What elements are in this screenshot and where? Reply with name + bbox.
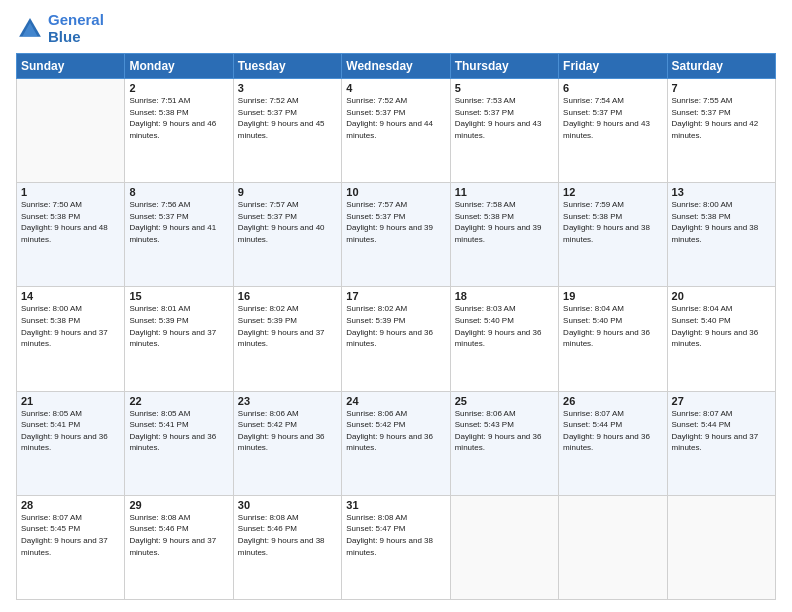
day-info: Sunrise: 7:57 AMSunset: 5:37 PMDaylight:… — [346, 199, 445, 245]
day-header-friday: Friday — [559, 54, 667, 79]
calendar-cell: 7Sunrise: 7:55 AMSunset: 5:37 PMDaylight… — [667, 79, 775, 183]
day-info: Sunrise: 8:07 AMSunset: 5:44 PMDaylight:… — [672, 408, 771, 454]
day-number: 20 — [672, 290, 771, 302]
calendar-cell: 30Sunrise: 8:08 AMSunset: 5:46 PMDayligh… — [233, 495, 341, 599]
calendar-cell: 11Sunrise: 7:58 AMSunset: 5:38 PMDayligh… — [450, 183, 558, 287]
day-number: 19 — [563, 290, 662, 302]
logo: General Blue — [16, 12, 104, 45]
calendar-cell — [559, 495, 667, 599]
calendar-cell: 28Sunrise: 8:07 AMSunset: 5:45 PMDayligh… — [17, 495, 125, 599]
day-info: Sunrise: 8:06 AMSunset: 5:42 PMDaylight:… — [346, 408, 445, 454]
day-header-saturday: Saturday — [667, 54, 775, 79]
day-number: 8 — [129, 186, 228, 198]
day-number: 22 — [129, 395, 228, 407]
day-number: 31 — [346, 499, 445, 511]
calendar-cell: 6Sunrise: 7:54 AMSunset: 5:37 PMDaylight… — [559, 79, 667, 183]
day-number: 28 — [21, 499, 120, 511]
day-header-thursday: Thursday — [450, 54, 558, 79]
day-header-tuesday: Tuesday — [233, 54, 341, 79]
calendar-cell: 31Sunrise: 8:08 AMSunset: 5:47 PMDayligh… — [342, 495, 450, 599]
calendar-cell: 17Sunrise: 8:02 AMSunset: 5:39 PMDayligh… — [342, 287, 450, 391]
day-number: 26 — [563, 395, 662, 407]
calendar-cell: 8Sunrise: 7:56 AMSunset: 5:37 PMDaylight… — [125, 183, 233, 287]
calendar-cell: 24Sunrise: 8:06 AMSunset: 5:42 PMDayligh… — [342, 391, 450, 495]
calendar-cell: 4Sunrise: 7:52 AMSunset: 5:37 PMDaylight… — [342, 79, 450, 183]
calendar-cell: 25Sunrise: 8:06 AMSunset: 5:43 PMDayligh… — [450, 391, 558, 495]
calendar-week-0: 2Sunrise: 7:51 AMSunset: 5:38 PMDaylight… — [17, 79, 776, 183]
day-info: Sunrise: 7:50 AMSunset: 5:38 PMDaylight:… — [21, 199, 120, 245]
calendar-cell: 3Sunrise: 7:52 AMSunset: 5:37 PMDaylight… — [233, 79, 341, 183]
day-info: Sunrise: 7:59 AMSunset: 5:38 PMDaylight:… — [563, 199, 662, 245]
day-info: Sunrise: 8:03 AMSunset: 5:40 PMDaylight:… — [455, 303, 554, 349]
calendar-cell: 27Sunrise: 8:07 AMSunset: 5:44 PMDayligh… — [667, 391, 775, 495]
day-number: 21 — [21, 395, 120, 407]
day-info: Sunrise: 8:08 AMSunset: 5:47 PMDaylight:… — [346, 512, 445, 558]
day-number: 5 — [455, 82, 554, 94]
day-info: Sunrise: 7:53 AMSunset: 5:37 PMDaylight:… — [455, 95, 554, 141]
calendar-table: SundayMondayTuesdayWednesdayThursdayFrid… — [16, 53, 776, 600]
day-number: 1 — [21, 186, 120, 198]
day-number: 18 — [455, 290, 554, 302]
day-info: Sunrise: 7:55 AMSunset: 5:37 PMDaylight:… — [672, 95, 771, 141]
calendar-week-4: 28Sunrise: 8:07 AMSunset: 5:45 PMDayligh… — [17, 495, 776, 599]
day-number: 27 — [672, 395, 771, 407]
day-header-sunday: Sunday — [17, 54, 125, 79]
calendar-cell: 1Sunrise: 7:50 AMSunset: 5:38 PMDaylight… — [17, 183, 125, 287]
day-info: Sunrise: 8:05 AMSunset: 5:41 PMDaylight:… — [21, 408, 120, 454]
calendar-cell — [17, 79, 125, 183]
day-info: Sunrise: 8:00 AMSunset: 5:38 PMDaylight:… — [672, 199, 771, 245]
day-header-monday: Monday — [125, 54, 233, 79]
calendar-cell: 21Sunrise: 8:05 AMSunset: 5:41 PMDayligh… — [17, 391, 125, 495]
calendar-cell: 18Sunrise: 8:03 AMSunset: 5:40 PMDayligh… — [450, 287, 558, 391]
day-number: 15 — [129, 290, 228, 302]
calendar-cell — [450, 495, 558, 599]
day-number: 7 — [672, 82, 771, 94]
day-header-wednesday: Wednesday — [342, 54, 450, 79]
day-number: 4 — [346, 82, 445, 94]
day-info: Sunrise: 8:08 AMSunset: 5:46 PMDaylight:… — [238, 512, 337, 558]
page: General Blue SundayMondayTuesdayWednesda… — [0, 0, 792, 612]
header: General Blue — [16, 12, 776, 45]
day-info: Sunrise: 8:00 AMSunset: 5:38 PMDaylight:… — [21, 303, 120, 349]
calendar-cell: 5Sunrise: 7:53 AMSunset: 5:37 PMDaylight… — [450, 79, 558, 183]
calendar-week-3: 21Sunrise: 8:05 AMSunset: 5:41 PMDayligh… — [17, 391, 776, 495]
day-info: Sunrise: 8:04 AMSunset: 5:40 PMDaylight:… — [563, 303, 662, 349]
day-info: Sunrise: 8:06 AMSunset: 5:42 PMDaylight:… — [238, 408, 337, 454]
day-info: Sunrise: 7:52 AMSunset: 5:37 PMDaylight:… — [238, 95, 337, 141]
day-info: Sunrise: 8:04 AMSunset: 5:40 PMDaylight:… — [672, 303, 771, 349]
calendar-cell: 20Sunrise: 8:04 AMSunset: 5:40 PMDayligh… — [667, 287, 775, 391]
calendar-week-1: 1Sunrise: 7:50 AMSunset: 5:38 PMDaylight… — [17, 183, 776, 287]
calendar-cell: 2Sunrise: 7:51 AMSunset: 5:38 PMDaylight… — [125, 79, 233, 183]
calendar-cell: 14Sunrise: 8:00 AMSunset: 5:38 PMDayligh… — [17, 287, 125, 391]
day-number: 6 — [563, 82, 662, 94]
day-info: Sunrise: 8:08 AMSunset: 5:46 PMDaylight:… — [129, 512, 228, 558]
logo-icon — [16, 15, 44, 43]
day-number: 24 — [346, 395, 445, 407]
day-number: 3 — [238, 82, 337, 94]
day-number: 13 — [672, 186, 771, 198]
day-info: Sunrise: 7:51 AMSunset: 5:38 PMDaylight:… — [129, 95, 228, 141]
day-info: Sunrise: 8:07 AMSunset: 5:45 PMDaylight:… — [21, 512, 120, 558]
calendar-cell: 12Sunrise: 7:59 AMSunset: 5:38 PMDayligh… — [559, 183, 667, 287]
day-number: 9 — [238, 186, 337, 198]
day-number: 30 — [238, 499, 337, 511]
day-info: Sunrise: 8:01 AMSunset: 5:39 PMDaylight:… — [129, 303, 228, 349]
day-number: 14 — [21, 290, 120, 302]
day-info: Sunrise: 7:57 AMSunset: 5:37 PMDaylight:… — [238, 199, 337, 245]
calendar-cell: 16Sunrise: 8:02 AMSunset: 5:39 PMDayligh… — [233, 287, 341, 391]
calendar-cell: 26Sunrise: 8:07 AMSunset: 5:44 PMDayligh… — [559, 391, 667, 495]
day-number: 10 — [346, 186, 445, 198]
day-info: Sunrise: 8:07 AMSunset: 5:44 PMDaylight:… — [563, 408, 662, 454]
day-info: Sunrise: 8:02 AMSunset: 5:39 PMDaylight:… — [238, 303, 337, 349]
logo-text: General Blue — [48, 12, 104, 45]
calendar-cell: 13Sunrise: 8:00 AMSunset: 5:38 PMDayligh… — [667, 183, 775, 287]
calendar-cell — [667, 495, 775, 599]
day-number: 16 — [238, 290, 337, 302]
calendar-cell: 15Sunrise: 8:01 AMSunset: 5:39 PMDayligh… — [125, 287, 233, 391]
day-number: 23 — [238, 395, 337, 407]
calendar-cell: 29Sunrise: 8:08 AMSunset: 5:46 PMDayligh… — [125, 495, 233, 599]
calendar-header-row: SundayMondayTuesdayWednesdayThursdayFrid… — [17, 54, 776, 79]
calendar-cell: 19Sunrise: 8:04 AMSunset: 5:40 PMDayligh… — [559, 287, 667, 391]
day-info: Sunrise: 8:02 AMSunset: 5:39 PMDaylight:… — [346, 303, 445, 349]
day-number: 17 — [346, 290, 445, 302]
